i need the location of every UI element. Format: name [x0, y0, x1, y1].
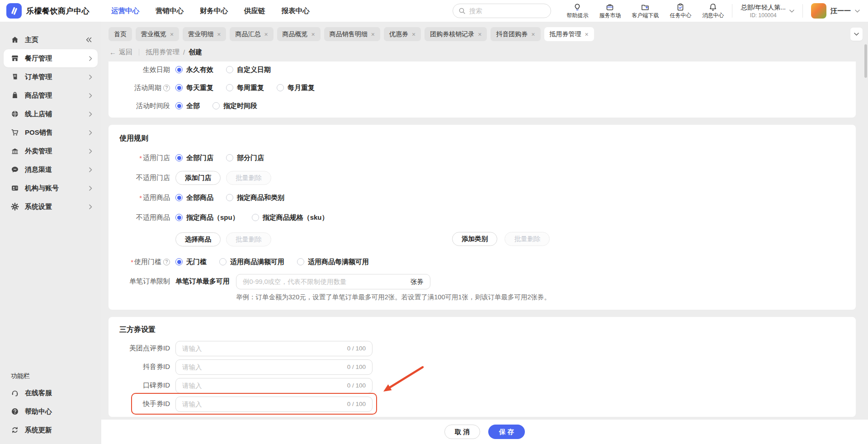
breadcrumb-divider	[139, 49, 139, 56]
radio-option-min-amount[interactable]: 适用商品满额可用	[219, 258, 284, 266]
radio-option-all-time[interactable]: 全部	[175, 102, 200, 110]
global-search[interactable]	[453, 4, 551, 18]
batch-delete-category-button: 批量删除	[505, 232, 550, 246]
tab-home[interactable]: 首页	[108, 27, 132, 41]
sidebar-item-org-account[interactable]: 机构与账号	[4, 179, 98, 197]
tab-groupon-verification[interactable]: 团购券核销记录 ×	[425, 27, 487, 41]
close-icon[interactable]: ×	[217, 31, 221, 38]
order-limit-input-wrap[interactable]: 张券	[236, 274, 430, 289]
koubei-coupon-input[interactable]	[182, 382, 343, 389]
radio-option-weekly[interactable]: 每周重复	[226, 84, 264, 92]
nav-supply-chain[interactable]: 供应链	[244, 6, 265, 16]
cancel-button[interactable]: 取 消	[444, 425, 480, 439]
field-label: 口碑券ID	[119, 381, 170, 390]
close-icon[interactable]: ×	[531, 31, 535, 38]
radio-option-sku[interactable]: 指定商品规格（sku）	[252, 213, 329, 222]
action-label: 客户端下载	[632, 13, 659, 19]
org-selector[interactable]: 总部/年轻人第... ID: 100004	[741, 4, 794, 19]
radio-option-all-goods[interactable]: 全部商品	[175, 194, 213, 202]
search-input[interactable]	[469, 7, 545, 14]
radio-option-spu[interactable]: 指定商品（spu）	[175, 213, 239, 222]
sidebar-item-system-settings[interactable]: 系统设置	[4, 198, 98, 216]
search-icon	[458, 7, 466, 14]
tab-goods-sales-detail[interactable]: 商品销售明细 ×	[324, 27, 380, 41]
sidebar-item-pos-sales[interactable]: POS销售	[4, 123, 98, 142]
close-icon[interactable]: ×	[371, 31, 375, 38]
radio-option-specified-goods-category[interactable]: 指定商品和类别	[226, 194, 284, 202]
tab-coupon[interactable]: 优惠券 ×	[384, 27, 421, 41]
kuaishou-coupon-input[interactable]	[182, 401, 343, 408]
nav-report-center[interactable]: 报表中心	[282, 6, 310, 16]
nav-operation-center[interactable]: 运营中心	[111, 6, 139, 16]
radio-option-per-amount[interactable]: 适用商品每满额可用	[297, 258, 369, 266]
sidebar-item-restaurant-management[interactable]: 餐厅管理	[4, 49, 98, 67]
app-logo-icon	[6, 3, 22, 19]
help-icon[interactable]: ?	[163, 259, 170, 265]
tab-douyin-groupon[interactable]: 抖音团购券 ×	[491, 27, 540, 41]
meituan-coupon-input-wrap[interactable]: 0 / 100	[175, 341, 373, 356]
add-category-button[interactable]: 添加类别	[452, 232, 497, 246]
required-mark: *	[139, 154, 142, 162]
sidebar-item-goods-management[interactable]: 商品管理	[4, 86, 98, 104]
tab-goods-overview[interactable]: 商品概览 ×	[277, 27, 321, 41]
client-download-button[interactable]: 客户端下载	[632, 3, 659, 19]
radio-option-partial-stores[interactable]: 部分门店	[226, 154, 264, 162]
message-center-button[interactable]: 消息中心	[702, 3, 724, 19]
field-label: 生效日期	[119, 66, 170, 74]
radio-option-custom-date[interactable]: 自定义日期	[226, 66, 271, 74]
close-icon[interactable]: ×	[585, 31, 589, 38]
radio-unchecked-icon	[226, 66, 233, 73]
kuaishou-coupon-input-wrap[interactable]: 0 / 100	[175, 397, 373, 412]
radio-option-specified-time[interactable]: 指定时间段	[212, 102, 257, 110]
meituan-coupon-input[interactable]	[182, 345, 343, 352]
save-button[interactable]: 保 存	[488, 425, 525, 439]
sidebar-item-message-channel[interactable]: 消息渠道	[4, 161, 98, 179]
close-icon[interactable]: ×	[264, 31, 268, 38]
chevron-right-icon	[89, 186, 92, 191]
collapse-sidebar-icon[interactable]	[85, 37, 92, 43]
goods-buttons-row: 选择商品 批量删除 添加类别 批量删除	[119, 230, 845, 248]
user-menu[interactable]: 汪一一	[811, 3, 860, 19]
nav-finance-center[interactable]: 财务中心	[200, 6, 228, 16]
sidebar-item-online-support[interactable]: 在线客服	[4, 384, 98, 402]
nav-marketing-center[interactable]: 营销中心	[156, 6, 184, 16]
koubei-coupon-input-wrap[interactable]: 0 / 100	[175, 378, 373, 393]
sidebar-item-takeout-management[interactable]: 外卖管理	[4, 142, 98, 160]
douyin-coupon-input-wrap[interactable]: 0 / 100	[175, 359, 373, 375]
period-row: 活动时间段 全部 指定时间段	[119, 97, 845, 115]
tab-business-detail[interactable]: 营业明细 ×	[183, 27, 226, 41]
close-icon[interactable]: ×	[412, 31, 415, 38]
field-label: * 适用门店	[119, 154, 170, 162]
sidebar-item-help-center[interactable]: 帮助中心	[4, 402, 98, 420]
breadcrumb-parent[interactable]: 抵用券管理	[146, 48, 179, 57]
close-icon[interactable]: ×	[478, 31, 481, 38]
radio-option-all-stores[interactable]: 全部门店	[175, 154, 213, 162]
tab-voucher-management[interactable]: 抵用券管理 ×	[544, 27, 594, 41]
batch-delete-goods-button: 批量删除	[226, 232, 271, 246]
task-center-button[interactable]: 任务中心	[670, 3, 691, 19]
back-button[interactable]: ← 返回	[109, 48, 132, 57]
radio-unchecked-icon	[219, 258, 226, 265]
select-goods-button[interactable]: 选择商品	[175, 232, 221, 246]
radio-option-permanent[interactable]: 永久有效	[175, 66, 213, 74]
add-store-button[interactable]: 添加门店	[175, 171, 221, 185]
service-market-button[interactable]: 服务市场	[599, 3, 621, 19]
tab-goods-summary[interactable]: 商品汇总 ×	[230, 27, 273, 41]
help-tips-button[interactable]: 帮助提示	[566, 3, 588, 19]
sidebar-item-system-update[interactable]: 系统更新	[4, 421, 98, 439]
page-scrollbar[interactable]	[864, 44, 867, 78]
help-icon[interactable]: ?	[163, 85, 170, 91]
tab-business-overview[interactable]: 营业概览 ×	[136, 27, 179, 41]
sidebar-item-home[interactable]: 主页	[4, 31, 98, 49]
radio-option-no-threshold[interactable]: 无门槛	[175, 258, 207, 266]
order-limit-input[interactable]	[243, 278, 407, 285]
tab-overflow-button[interactable]	[850, 28, 863, 41]
close-icon[interactable]: ×	[311, 31, 315, 38]
sidebar: 主页 餐厅管理 订单管理 商	[0, 22, 101, 444]
radio-option-monthly[interactable]: 每月重复	[277, 84, 315, 92]
close-icon[interactable]: ×	[170, 31, 174, 38]
douyin-coupon-input[interactable]	[182, 364, 343, 371]
sidebar-item-online-store[interactable]: 线上店铺	[4, 105, 98, 123]
sidebar-item-order-management[interactable]: 订单管理	[4, 68, 98, 86]
radio-option-daily[interactable]: 每天重复	[175, 84, 213, 92]
